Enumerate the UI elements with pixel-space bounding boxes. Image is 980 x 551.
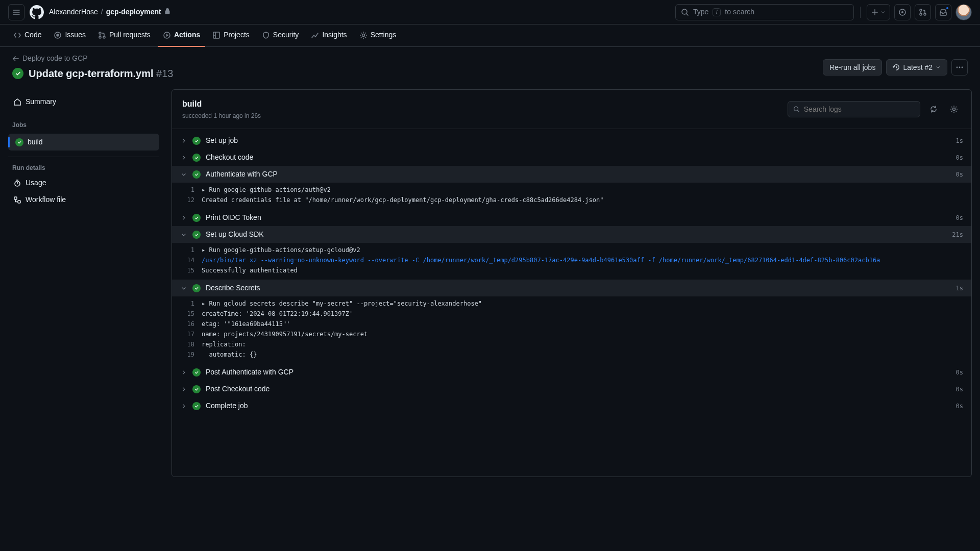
tab-issues[interactable]: Issues <box>48 24 90 47</box>
tab-label: Security <box>273 30 299 40</box>
arrow-left-icon <box>12 55 19 62</box>
owner-link[interactable]: AlexanderHose <box>49 7 98 17</box>
log-settings-button[interactable] <box>947 102 961 116</box>
line-text: /usr/bin/tar xz --warning=no-unknown-key… <box>202 256 880 265</box>
log-search-input[interactable] <box>804 105 915 113</box>
step-duration: 0s <box>956 213 963 222</box>
back-to-workflow-link[interactable]: Deploy code to GCP <box>12 53 173 64</box>
chevron-right-icon <box>180 387 187 392</box>
step-name: Describe Secrets <box>206 283 951 293</box>
step-header[interactable]: Print OIDC Token0s <box>172 209 971 226</box>
step-header[interactable]: Complete job0s <box>172 397 971 414</box>
chevron-right-icon <box>180 215 187 220</box>
step-status-check-icon <box>192 137 201 145</box>
sidebar-item-summary[interactable]: Summary <box>8 93 159 110</box>
breadcrumb-sep: / <box>101 7 103 17</box>
svg-rect-18 <box>14 197 17 199</box>
job-status-check-icon <box>15 138 23 146</box>
pulls-tray-button[interactable] <box>915 4 931 20</box>
run-title: Update gcp-terraform.yml #13 <box>29 66 173 81</box>
home-icon <box>13 98 21 106</box>
step-header[interactable]: Authenticate with GCP0s <box>172 166 971 183</box>
svg-rect-19 <box>18 201 20 203</box>
line-text: automatic: {} <box>202 350 257 359</box>
line-number: 1 <box>180 299 194 308</box>
sidebar-item-job-build[interactable]: build <box>8 134 159 151</box>
chevron-down-icon <box>880 10 886 15</box>
global-search[interactable]: Type / to search <box>675 4 854 20</box>
issues-tray-button[interactable] <box>894 4 911 20</box>
log-search[interactable] <box>788 101 920 117</box>
btn-label: Re-run all jobs <box>829 63 875 71</box>
step-duration: 1s <box>956 284 963 293</box>
step-header[interactable]: Describe Secrets1s <box>172 280 971 296</box>
label: Usage <box>26 178 46 188</box>
step-header[interactable]: Set up Cloud SDK21s <box>172 226 971 243</box>
step-header[interactable]: Set up job1s <box>172 132 971 149</box>
log-line[interactable]: 14/usr/bin/tar xz --warning=no-unknown-k… <box>180 255 963 265</box>
step-duration: 0s <box>956 153 963 162</box>
log-line[interactable]: 15Successfully authenticated <box>180 265 963 276</box>
log-output: 1Run google-github-actions/setup-gcloud@… <box>172 243 971 280</box>
log-line[interactable]: 19 automatic: {} <box>180 349 963 360</box>
svg-point-14 <box>957 66 958 68</box>
step-name: Print OIDC Token <box>206 212 951 223</box>
step-header[interactable]: Checkout code0s <box>172 149 971 166</box>
step-duration: 21s <box>952 230 963 239</box>
log-line[interactable]: 1Run google-github-actions/auth@v2 <box>180 185 963 195</box>
git-pull-request-icon <box>919 8 927 16</box>
step-duration: 0s <box>956 402 963 411</box>
svg-point-16 <box>962 66 963 68</box>
tab-actions[interactable]: Actions <box>158 24 205 47</box>
line-number: 12 <box>180 195 194 205</box>
svg-point-21 <box>953 108 955 111</box>
line-text: Run google-github-actions/setup-gcloud@v… <box>202 245 360 255</box>
svg-point-13 <box>362 34 364 36</box>
tab-pulls[interactable]: Pull requests <box>93 24 156 47</box>
tab-settings[interactable]: Settings <box>354 24 402 47</box>
plus-icon <box>871 9 878 16</box>
step-status-check-icon <box>192 231 201 239</box>
log-line[interactable]: 1Run gcloud secrets describe "my-secret"… <box>180 298 963 309</box>
btn-label: Latest #2 <box>903 63 933 71</box>
sidebar-item-workflow-file[interactable]: Workflow file <box>8 191 159 208</box>
tab-insights[interactable]: Insights <box>306 24 352 47</box>
hamburger-button[interactable] <box>8 4 24 20</box>
step-header[interactable]: Post Authenticate with GCP0s <box>172 364 971 381</box>
step-name: Set up job <box>206 135 951 146</box>
github-logo-icon[interactable] <box>29 4 45 20</box>
tab-code[interactable]: Code <box>8 24 46 47</box>
step-duration: 0s <box>956 170 963 179</box>
log-line[interactable]: 12Created credentials file at "/home/run… <box>180 195 963 205</box>
repo-link[interactable]: gcp-deployment <box>106 7 161 17</box>
line-number: 15 <box>180 266 194 275</box>
line-text: createTime: '2024-08-01T22:19:44.901397Z… <box>202 309 353 318</box>
notifications-button[interactable] <box>935 4 951 20</box>
log-line[interactable]: 16etag: '"161ea69ba44115"' <box>180 319 963 329</box>
avatar[interactable] <box>955 4 972 20</box>
attempt-dropdown[interactable]: Latest #2 <box>886 59 947 76</box>
sidebar-item-usage[interactable]: Usage <box>8 174 159 191</box>
log-line[interactable]: 18replication: <box>180 339 963 349</box>
run-kebab-button[interactable] <box>951 59 968 76</box>
svg-point-3 <box>920 9 922 11</box>
line-number: 1 <box>180 185 194 194</box>
create-new-dropdown[interactable] <box>867 4 890 20</box>
step-status-check-icon <box>192 154 201 162</box>
tab-projects[interactable]: Projects <box>207 24 255 47</box>
step-duration: 1s <box>956 136 963 145</box>
log-line[interactable]: 1Run google-github-actions/setup-gcloud@… <box>180 245 963 255</box>
line-number: 19 <box>180 350 194 359</box>
tab-security[interactable]: Security <box>257 24 304 47</box>
rerun-all-jobs-button[interactable]: Re-run all jobs <box>823 59 882 76</box>
step-header[interactable]: Post Checkout code0s <box>172 381 971 397</box>
sidebar: Summary Jobs build Run details Usage Wor… <box>8 89 159 477</box>
step-status-check-icon <box>192 368 201 377</box>
log-line[interactable]: 15createTime: '2024-08-01T22:19:44.90139… <box>180 309 963 319</box>
step-status-check-icon <box>192 170 201 179</box>
refresh-logs-button[interactable] <box>926 102 941 116</box>
log-line[interactable]: 17name: projects/243190957191/secrets/my… <box>180 329 963 339</box>
chevron-right-icon <box>180 370 187 375</box>
line-text: replication: <box>202 340 246 349</box>
svg-point-2 <box>901 11 903 13</box>
